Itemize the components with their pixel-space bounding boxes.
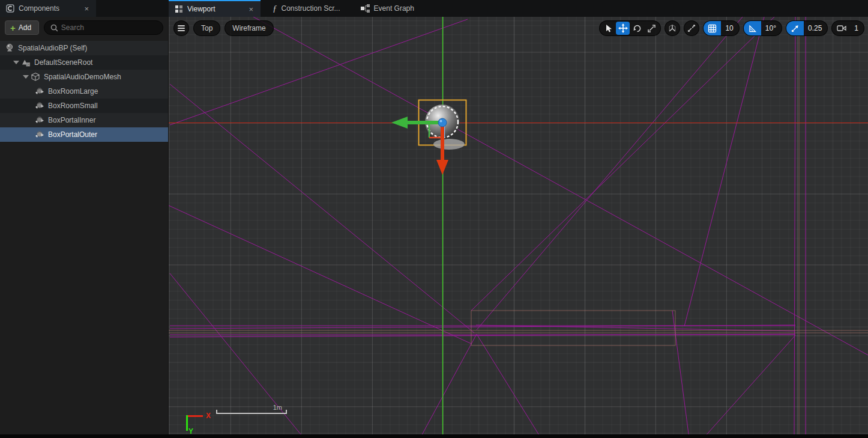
scale-bar-tick (286, 410, 287, 414)
tree-row-spatialaudiobp[interactable]: SpatialAudioBP (Self) (0, 41, 168, 55)
axis-x-label: X (206, 412, 211, 420)
tree-row-spatialaudiodemomesh[interactable]: SpatialAudioDemoMesh (0, 70, 168, 84)
component-search-box (44, 20, 163, 35)
components-tab-zone: Components × (0, 0, 169, 17)
tab-components[interactable]: Components × (0, 0, 96, 17)
components-icon (6, 4, 14, 13)
viewport-icon (175, 5, 183, 13)
camera-speed-value[interactable]: 1 (850, 24, 864, 32)
search-input[interactable] (61, 23, 157, 32)
angle-icon (748, 24, 757, 33)
audio-geometry-icon (35, 87, 44, 96)
view-mode-label: Top (201, 24, 212, 32)
tree-item-label: BoxPortalInner (48, 116, 95, 124)
tab-construction-label: Construction Scr... (282, 4, 340, 13)
audio-geometry-icon (35, 130, 44, 139)
move-icon (618, 23, 628, 33)
wireframe-salmon-lines (169, 17, 868, 438)
coordinate-space-button[interactable] (665, 20, 680, 36)
tree-row-boxportalinner[interactable]: BoxPortalInner (0, 113, 168, 127)
tree-item-label: SpatialAudioDemoMesh (44, 73, 121, 81)
plus-icon: + (10, 23, 16, 32)
axis-x-line (186, 415, 203, 417)
add-component-button[interactable]: + Add (5, 20, 39, 35)
audio-geometry-icon (35, 101, 44, 111)
scale-snap-toggle[interactable] (786, 20, 804, 36)
move-tool-button[interactable] (616, 22, 630, 35)
grid-snap-toggle[interactable] (704, 20, 721, 36)
tree-item-label: DefaultSceneRoot (34, 58, 92, 67)
function-icon: ƒ (273, 4, 277, 14)
render-mode-button[interactable]: Wireframe (225, 20, 273, 36)
wireframe-overlay (169, 17, 868, 438)
scale-tool-button[interactable] (645, 22, 659, 35)
billboard-shadow (433, 139, 465, 150)
grid-icon (708, 24, 717, 33)
camera-speed-control[interactable]: 1 (831, 20, 864, 36)
actor-self-icon (5, 43, 14, 53)
tab-viewport-label: Viewport (187, 5, 215, 13)
viewport-canvas[interactable]: Top Wireframe (169, 17, 868, 438)
scale-snap-value[interactable]: 0.25 (804, 24, 827, 32)
world-gizmo-icon (668, 23, 677, 33)
grid-snap-control[interactable]: 10 (703, 20, 739, 36)
expander-arrow-icon[interactable] (23, 74, 29, 80)
scale-snap-control[interactable]: 0.25 (786, 20, 828, 36)
gizmo-origin-highlight (440, 120, 442, 123)
scale-bar-label: 1m (273, 404, 282, 411)
expander-arrow-icon[interactable] (13, 59, 19, 65)
scale-snap-icon (791, 24, 800, 33)
scene-root-icon: C (21, 58, 31, 67)
tab-construction-script[interactable]: ƒ Construction Scr... (267, 0, 346, 17)
viewport-options-button[interactable] (173, 20, 189, 36)
tree-row-boxroomsmall[interactable]: BoxRoomSmall (0, 99, 168, 113)
cursor-icon (604, 24, 613, 33)
transform-tool-group (599, 20, 661, 36)
components-tree: SpatialAudioBP (Self) C DefaultSceneRoot… (0, 41, 168, 142)
axis-y-line (186, 415, 188, 431)
select-tool-button[interactable] (601, 22, 615, 35)
tree-row-defaultsceneroot[interactable]: C DefaultSceneRoot (0, 55, 168, 70)
camera-icon (837, 24, 847, 32)
scale-icon (647, 24, 656, 33)
view-mode-button[interactable]: Top (193, 20, 220, 36)
tab-viewport[interactable]: Viewport × (169, 0, 261, 17)
tab-components-label: Components (19, 4, 59, 13)
tab-event-graph-label: Event Graph (374, 4, 414, 13)
tab-event-graph[interactable]: Event Graph (355, 0, 420, 17)
components-panel: + Add SpatialAudioBP (Self) C DefaultSce… (0, 17, 169, 438)
add-button-label: Add (19, 23, 31, 32)
search-icon (50, 24, 58, 32)
wireframe-magenta-lines (169, 17, 868, 438)
tree-row-boxroomlarge[interactable]: BoxRoomLarge (0, 84, 168, 99)
viewport-controls-left: Top Wireframe (173, 20, 274, 36)
components-toolbar: + Add (0, 17, 168, 38)
rotation-snap-control[interactable]: 10° (743, 20, 782, 36)
snap-settings-icon (687, 23, 696, 33)
tab-components-close-icon[interactable]: × (83, 4, 90, 13)
rotation-snap-toggle[interactable] (744, 20, 761, 36)
rotation-snap-value[interactable]: 10° (761, 24, 782, 32)
rotate-tool-button[interactable] (630, 22, 644, 35)
render-mode-label: Wireframe (232, 24, 265, 32)
tree-item-label: BoxPortalOuter (48, 130, 97, 139)
tab-bar: Components × Viewport × ƒ Construction S… (0, 0, 868, 17)
scale-bar-line (216, 413, 287, 414)
hamburger-menu-icon (178, 24, 185, 33)
viewport-controls-right: 10 10° 0.25 1 (599, 20, 864, 36)
grid-snap-value[interactable]: 10 (721, 24, 738, 32)
event-graph-icon (361, 4, 370, 13)
surface-snapping-button[interactable] (684, 20, 699, 36)
window-bottom-edge (0, 434, 868, 438)
selection-gizmo (391, 100, 466, 175)
audio-geometry-icon (35, 115, 44, 125)
tree-item-label: BoxRoomSmall (48, 102, 98, 110)
tree-row-boxportalouter[interactable]: BoxPortalOuter (0, 127, 168, 142)
static-mesh-icon (31, 72, 40, 82)
rotate-icon (633, 24, 642, 33)
tab-viewport-close-icon[interactable]: × (247, 5, 255, 14)
tree-item-label: BoxRoomLarge (48, 87, 98, 96)
gizmo-origin-handle[interactable] (438, 118, 447, 127)
tree-item-label: SpatialAudioBP (Self) (18, 44, 87, 52)
